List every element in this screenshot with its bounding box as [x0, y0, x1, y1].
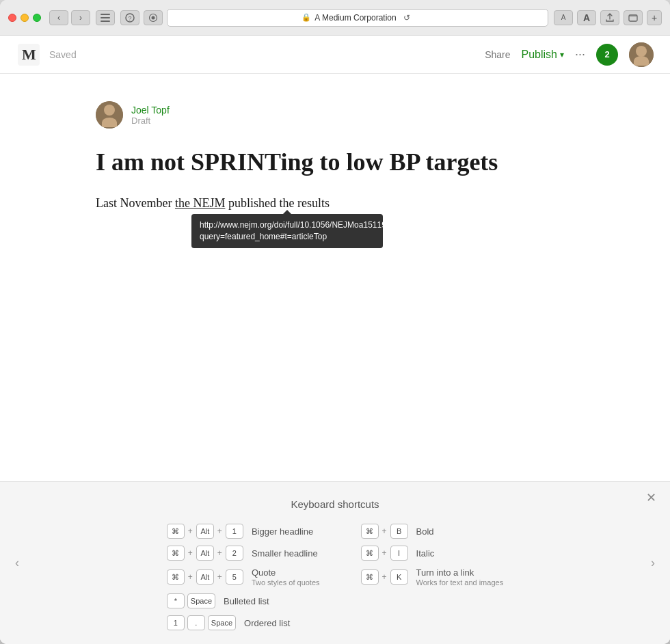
link-tooltip: http://www.nejm.org/doi/full/10.1056/NEJ… — [191, 214, 383, 248]
article-link[interactable]: the NEJM — [175, 196, 226, 210]
shortcut-italic: ⌘ + I Italic — [361, 546, 504, 561]
publish-chevron-icon: ▾ — [560, 50, 564, 59]
svg-text:M: M — [22, 46, 36, 63]
browser-window: ‹ › ? 🔒 — [0, 0, 670, 644]
body-text-after-link: published the results — [225, 196, 329, 210]
app-header: M Saved Share Publish ▾ ··· 2 — [0, 36, 670, 74]
shortcut-link-label: Turn into a link Works for text and imag… — [416, 567, 504, 587]
sidebar-toggle[interactable] — [96, 10, 115, 25]
key-cmd-i-1: ⌘ — [361, 546, 379, 561]
extension-icon-btn[interactable] — [144, 10, 163, 25]
shortcuts-next-button[interactable]: › — [643, 553, 663, 574]
publish-label: Publish — [522, 49, 557, 61]
shortcuts-prev-button[interactable]: ‹ — [7, 553, 27, 574]
shortcut-bulleted-list: * Space Bulleted list — [167, 593, 320, 608]
body-text-before-link: Last November — [96, 196, 175, 210]
author-status: Draft — [131, 116, 170, 126]
back-button[interactable]: ‹ — [49, 10, 68, 25]
key-alt-1: Alt — [196, 524, 214, 539]
font-large-button[interactable]: A — [577, 10, 596, 25]
key-b: B — [390, 524, 408, 539]
address-bar[interactable]: 🔒 A Medium Corporation ↺ — [167, 9, 548, 27]
resize-window-button[interactable] — [624, 10, 643, 25]
key-alt-5: Alt — [196, 569, 214, 585]
share-window-button[interactable] — [600, 10, 619, 25]
maximize-button[interactable] — [33, 14, 41, 22]
shortcut-link: ⌘ + K Turn into a link Works for text an… — [361, 567, 504, 587]
key-period: . — [187, 615, 205, 630]
shortcut-quote: ⌘ + Alt + 5 Quote Two styles of quotes — [167, 567, 320, 587]
key-alt-2: Alt — [196, 546, 214, 561]
address-text: A Medium Corporation — [314, 13, 396, 23]
shortcut-bigger-headline: ⌘ + Alt + 1 Bigger headline — [167, 524, 320, 539]
title-bar: ‹ › ? 🔒 — [0, 0, 670, 36]
header-actions: Share Publish ▾ ··· 2 — [485, 42, 654, 67]
key-5: 5 — [226, 569, 243, 585]
shortcut-quote-sublabel: Two styles of quotes — [252, 578, 320, 587]
author-name[interactable]: Joel Topf — [131, 105, 170, 116]
publish-button[interactable]: Publish ▾ — [522, 49, 564, 61]
font-small-label: A — [561, 14, 566, 21]
key-i: I — [390, 546, 408, 561]
article-title[interactable]: I am not SPRINTing to low BP targets — [96, 148, 574, 177]
key-space-bullet: Space — [187, 593, 215, 608]
privacy-icon-btn[interactable]: ? — [120, 10, 139, 25]
key-cmd-1: ⌘ — [167, 524, 185, 539]
key-cmd-b-1: ⌘ — [361, 524, 379, 539]
shortcuts-column-left: ⌘ + Alt + 1 Bigger headline ⌘ + Alt + 2 … — [167, 524, 320, 630]
svg-rect-0 — [100, 14, 110, 15]
refresh-button[interactable]: ↺ — [400, 11, 414, 25]
svg-rect-2 — [100, 21, 110, 22]
article-body: Last November the NEJM published the res… — [96, 193, 574, 213]
close-button[interactable] — [8, 14, 16, 22]
traffic-lights — [8, 14, 41, 22]
key-k: K — [390, 569, 408, 585]
font-small-button[interactable]: A — [554, 10, 573, 25]
saved-status: Saved — [49, 49, 485, 60]
shortcut-link-sublabel: Works for text and images — [416, 578, 504, 587]
shortcut-bigger-headline-label: Bigger headline — [252, 526, 313, 537]
shortcut-bold: ⌘ + B Bold — [361, 524, 504, 539]
key-2: 2 — [226, 546, 243, 561]
address-bar-container: ? 🔒 A Medium Corporation ↺ — [120, 9, 548, 27]
svg-rect-8 — [629, 15, 637, 17]
notifications-badge[interactable]: 2 — [596, 44, 618, 66]
share-button[interactable]: Share — [485, 49, 510, 60]
shortcut-ordered-list-label: Ordered list — [244, 618, 290, 628]
shortcuts-title: Keyboard shortcuts — [0, 498, 670, 510]
medium-logo[interactable]: M — [16, 42, 41, 67]
article-area[interactable]: Joel Topf Draft I am not SPRINTing to lo… — [0, 74, 670, 481]
author-avatar-image — [96, 101, 123, 129]
author-info: Joel Topf Draft — [96, 101, 574, 129]
key-cmd-5: ⌘ — [167, 569, 185, 585]
user-avatar[interactable] — [629, 42, 654, 67]
shortcuts-grid: ⌘ + Alt + 1 Bigger headline ⌘ + Alt + 2 … — [0, 524, 670, 630]
shortcut-bulleted-list-label: Bulleted list — [224, 596, 269, 606]
avatar-image — [629, 42, 654, 67]
author-avatar[interactable] — [96, 101, 123, 129]
toolbar-right: A A + — [554, 10, 662, 25]
new-tab-button[interactable]: + — [647, 10, 662, 25]
key-space-ordered: Space — [208, 615, 236, 630]
minimize-button[interactable] — [21, 14, 29, 22]
more-options-button[interactable]: ··· — [575, 47, 585, 62]
link-tooltip-text: http://www.nejm.org/doi/full/10.1056/NEJ… — [200, 220, 400, 241]
font-large-label: A — [583, 12, 590, 23]
shortcut-quote-label: Quote Two styles of quotes — [252, 567, 320, 587]
shortcut-ordered-list: 1 . Space Ordered list — [167, 615, 320, 630]
nav-buttons: ‹ › — [49, 10, 90, 25]
svg-text:?: ? — [128, 15, 131, 22]
key-cmd-k-1: ⌘ — [361, 569, 379, 585]
shortcut-smaller-headline-label: Smaller headline — [252, 548, 318, 559]
main-content: Joel Topf Draft I am not SPRINTing to lo… — [0, 74, 670, 644]
shortcut-smaller-headline: ⌘ + Alt + 2 Smaller headline — [167, 546, 320, 561]
author-text: Joel Topf Draft — [131, 105, 170, 126]
shortcut-italic-label: Italic — [416, 548, 435, 559]
key-asterisk: * — [167, 593, 185, 608]
shortcuts-column-right: ⌘ + B Bold ⌘ + I Italic ⌘ + K — [361, 524, 504, 630]
close-shortcuts-button[interactable]: ✕ — [646, 490, 656, 505]
svg-point-6 — [152, 16, 155, 19]
forward-button[interactable]: › — [71, 10, 90, 25]
key-cmd-2: ⌘ — [167, 546, 185, 561]
key-1: 1 — [226, 524, 243, 539]
